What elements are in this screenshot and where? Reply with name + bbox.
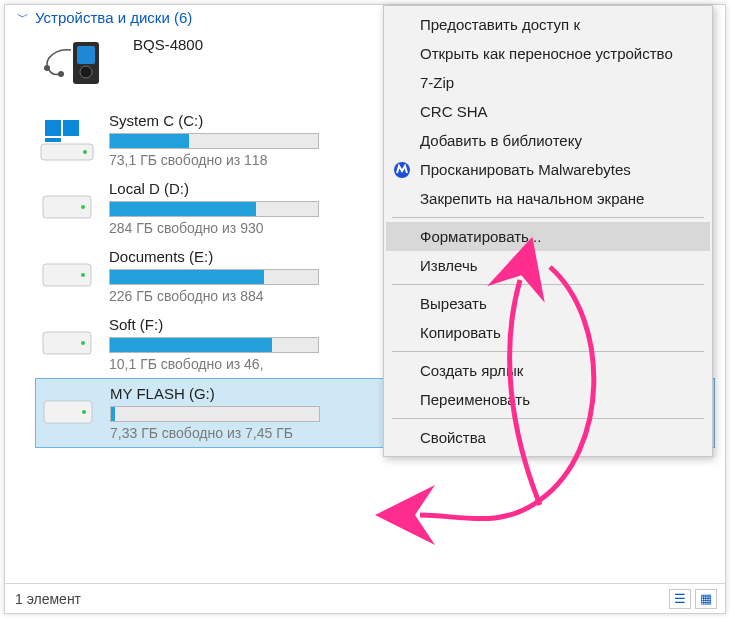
svg-rect-6 (63, 120, 79, 136)
menu-item-label: CRC SHA (420, 103, 488, 120)
menu-item[interactable]: Извлечь (386, 251, 710, 280)
usage-bar (109, 337, 319, 353)
context-menu: Предоставить доступ кОткрыть как перенос… (383, 5, 713, 457)
menu-item[interactable]: Предоставить доступ к (386, 10, 710, 39)
menu-separator (392, 418, 704, 419)
menu-item[interactable]: Создать ярлык (386, 356, 710, 385)
menu-item[interactable]: Вырезать (386, 289, 710, 318)
svg-point-17 (82, 410, 86, 414)
menu-separator (392, 351, 704, 352)
menu-item[interactable]: Переименовать (386, 385, 710, 414)
menu-item-label: Просканировать Malwarebytes (420, 161, 631, 178)
svg-point-13 (81, 273, 85, 277)
group-header-label: Устройства и диски (6) (35, 9, 192, 26)
svg-point-3 (44, 65, 50, 71)
chevron-down-icon: ﹀ (17, 9, 29, 26)
menu-item-label: Переименовать (420, 391, 530, 408)
menu-item-label: Предоставить доступ к (420, 16, 580, 33)
menu-item[interactable]: CRC SHA (386, 97, 710, 126)
svg-rect-7 (45, 138, 61, 142)
menu-item-label: Закрепить на начальном экране (420, 190, 644, 207)
usage-bar (110, 406, 320, 422)
svg-point-2 (80, 66, 92, 78)
view-details-icon[interactable]: ☰ (669, 589, 691, 609)
menu-item-label: Открыть как переносное устройство (420, 45, 673, 62)
menu-item[interactable]: Добавить в библиотеку (386, 126, 710, 155)
menu-item-label: Вырезать (420, 295, 487, 312)
svg-rect-1 (77, 46, 95, 64)
menu-item[interactable]: Открыть как переносное устройство (386, 39, 710, 68)
menu-separator (392, 217, 704, 218)
system-drive-icon (39, 112, 95, 166)
usage-bar (109, 133, 319, 149)
usb-drive-icon (40, 385, 96, 439)
menu-item-label: Свойства (420, 429, 486, 446)
usage-bar (109, 269, 319, 285)
svg-rect-5 (45, 120, 61, 136)
hdd-icon (39, 248, 95, 302)
menu-item[interactable]: 7-Zip (386, 68, 710, 97)
portable-device-icon (39, 36, 119, 92)
menu-item[interactable]: Просканировать Malwarebytes (386, 155, 710, 184)
menu-item-label: Создать ярлык (420, 362, 523, 379)
menu-item[interactable]: Копировать (386, 318, 710, 347)
menu-item-label: Копировать (420, 324, 501, 341)
menu-item[interactable]: Закрепить на начальном экране (386, 184, 710, 213)
usage-bar (109, 201, 319, 217)
menu-item-label: Добавить в библиотеку (420, 132, 582, 149)
menu-item-label: Извлечь (420, 257, 478, 274)
status-bar: 1 элемент ☰ ▦ (5, 583, 725, 613)
menu-item[interactable]: Форматировать... (386, 222, 710, 251)
malwarebytes-icon (392, 160, 412, 180)
menu-item[interactable]: Свойства (386, 423, 710, 452)
svg-point-9 (83, 150, 87, 154)
status-text: 1 элемент (15, 591, 81, 607)
menu-item-label: Форматировать... (420, 228, 541, 245)
hdd-icon (39, 180, 95, 234)
svg-point-15 (81, 341, 85, 345)
menu-item-label: 7-Zip (420, 74, 454, 91)
view-thumbnails-icon[interactable]: ▦ (695, 589, 717, 609)
svg-point-4 (58, 71, 64, 77)
menu-separator (392, 284, 704, 285)
hdd-icon (39, 316, 95, 370)
svg-point-11 (81, 205, 85, 209)
